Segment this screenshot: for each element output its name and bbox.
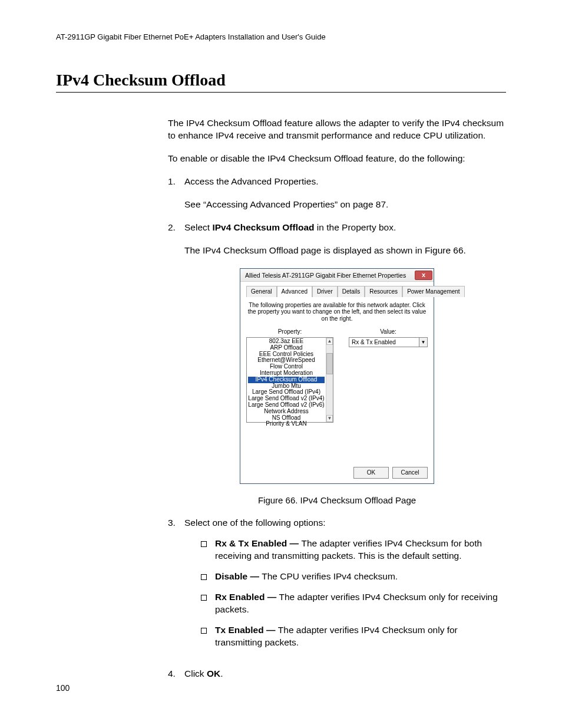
value-selected: Rx & Tx Enabled <box>352 338 396 347</box>
step-subtext: See “Accessing Advanced Properties” on p… <box>184 199 506 211</box>
step-text-bold: OK <box>207 668 220 678</box>
option-disable: Disable — The CPU verifies IPv4 checksum… <box>201 571 506 583</box>
property-item-selected[interactable]: IPv4 Checksum Offload <box>248 377 325 383</box>
option-rx-enabled: Rx Enabled — The adapter verifies IPv4 C… <box>201 591 506 616</box>
ok-button[interactable]: OK <box>353 467 389 479</box>
step-number: 3. <box>168 517 184 657</box>
option-bold: Disable — <box>215 571 262 581</box>
property-item[interactable]: ARP Offload <box>248 345 325 351</box>
section-title: IPv4 Checksum Offload <box>56 71 506 93</box>
dialog-title: Allied Telesis AT-2911GP Gigabit Fiber E… <box>245 271 406 279</box>
close-button[interactable]: x <box>415 271 432 280</box>
tab-power-management[interactable]: Power Management <box>402 286 465 297</box>
step-number: 2. <box>168 222 184 257</box>
scroll-down-icon[interactable]: ▼ <box>326 415 333 422</box>
step-text: Access the Advanced Properties. <box>184 176 318 186</box>
step-text-pre: Select <box>184 222 212 232</box>
dialog-titlebar: Allied Telesis AT-2911GP Gigabit Fiber E… <box>240 269 434 282</box>
step-text-pre: Click <box>184 668 207 678</box>
property-item[interactable]: Network Address <box>248 409 325 415</box>
option-bold: Rx Enabled — <box>215 592 279 602</box>
step-subtext: The IPv4 Checksum Offload page is displa… <box>184 245 506 257</box>
tab-general[interactable]: General <box>246 286 277 297</box>
scrollbar[interactable]: ▲ ▼ <box>326 338 333 422</box>
tab-bar: General Advanced Driver Details Resource… <box>246 285 428 297</box>
page-header: AT-2911GP Gigabit Fiber Ethernet PoE+ Ad… <box>56 32 506 41</box>
lead-paragraph: To enable or disable the IPv4 Checksum O… <box>168 153 506 165</box>
bullet-icon <box>201 591 215 616</box>
step-4: 4. Click OK. <box>168 668 506 680</box>
property-listbox[interactable]: 802.3az EEE ARP Offload EEE Control Poli… <box>246 337 333 423</box>
tab-advanced[interactable]: Advanced <box>277 286 312 297</box>
bullet-icon <box>201 571 215 583</box>
cancel-button[interactable]: Cancel <box>392 467 428 479</box>
figure-66: Allied Telesis AT-2911GP Gigabit Fiber E… <box>168 268 506 484</box>
intro-paragraph: The IPv4 Checksum Offload feature allows… <box>168 117 506 142</box>
figure-caption: Figure 66. IPv4 Checksum Offload Page <box>168 495 506 506</box>
tab-details[interactable]: Details <box>338 286 365 297</box>
step-text-post: in the Property box. <box>315 222 396 232</box>
option-tx-enabled: Tx Enabled — The adapter verifies IPv4 C… <box>201 624 506 649</box>
option-bold: Rx & Tx Enabled — <box>215 538 301 548</box>
property-label: Property: <box>246 328 333 336</box>
step-2: 2. Select IPv4 Checksum Offload in the P… <box>168 222 506 257</box>
value-dropdown[interactable]: Rx & Tx Enabled ▼ <box>349 337 428 347</box>
step-3: 3. Select one of the following options: … <box>168 517 506 657</box>
page-number: 100 <box>56 683 70 693</box>
bullet-icon <box>201 624 215 649</box>
properties-dialog: Allied Telesis AT-2911GP Gigabit Fiber E… <box>240 268 434 484</box>
dialog-description: The following properties are available f… <box>246 302 428 322</box>
scroll-up-icon[interactable]: ▲ <box>326 338 333 345</box>
value-label: Value: <box>349 328 428 336</box>
step-list-cont: 3. Select one of the following options: … <box>168 517 506 680</box>
step-text: Select one of the following options: <box>184 518 326 528</box>
option-bold: Tx Enabled — <box>215 625 278 635</box>
step-number: 1. <box>168 176 184 211</box>
option-text: The CPU verifies IPv4 checksum. <box>262 571 398 581</box>
step-number: 4. <box>168 668 184 680</box>
step-text-post: . <box>220 668 223 678</box>
tab-resources[interactable]: Resources <box>365 286 402 297</box>
content-body: The IPv4 Checksum Offload feature allows… <box>168 117 506 680</box>
bullet-icon <box>201 538 215 562</box>
chevron-down-icon[interactable]: ▼ <box>419 338 427 347</box>
tab-driver[interactable]: Driver <box>312 286 338 297</box>
property-item[interactable]: Priority & VLAN <box>248 421 325 427</box>
step-text-bold: IPv4 Checksum Offload <box>212 222 314 232</box>
scroll-thumb[interactable] <box>326 353 333 374</box>
step-1: 1. Access the Advanced Properties. See “… <box>168 176 506 211</box>
step-list: 1. Access the Advanced Properties. See “… <box>168 176 506 257</box>
option-rx-tx-enabled: Rx & Tx Enabled — The adapter verifies I… <box>201 538 506 562</box>
